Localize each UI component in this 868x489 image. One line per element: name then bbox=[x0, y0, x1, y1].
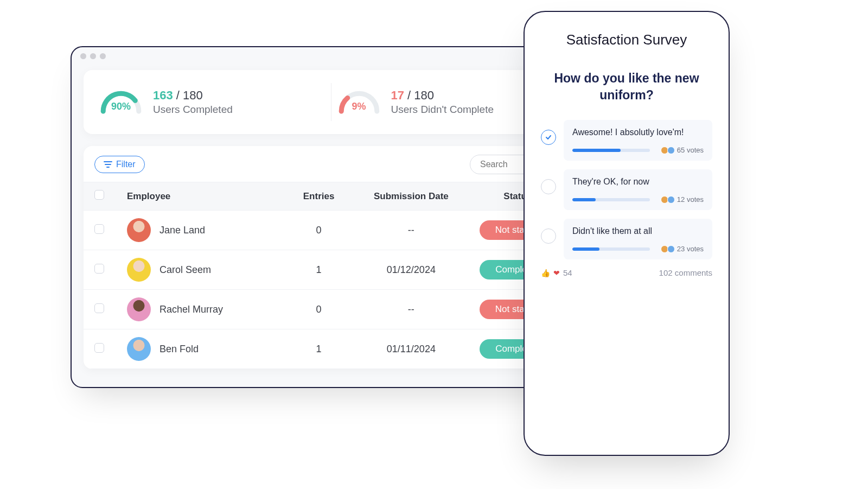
avatar bbox=[127, 218, 151, 242]
heart-icon: ❤ bbox=[553, 269, 560, 277]
header-employee: Employee bbox=[127, 191, 283, 202]
reactions-count: 54 bbox=[563, 268, 572, 277]
option-label: Didn't like them at all bbox=[572, 226, 704, 236]
date-cell: 01/11/2024 bbox=[354, 344, 468, 355]
survey-question: How do you like the new uniform? bbox=[546, 70, 707, 104]
employee-name: Jane Land bbox=[159, 225, 205, 236]
filter-button[interactable]: Filter bbox=[94, 156, 145, 173]
vote-bar bbox=[572, 149, 650, 152]
gauge-completed: 90% bbox=[99, 89, 143, 115]
reactions[interactable]: 👍 ❤ 54 bbox=[541, 268, 572, 277]
avatar bbox=[127, 297, 151, 321]
entries-cell: 0 bbox=[283, 304, 354, 315]
entries-cell: 0 bbox=[283, 225, 354, 236]
voter-avatar bbox=[667, 147, 675, 154]
not-completed-number: 17 bbox=[391, 88, 404, 102]
vote-count: 12 votes bbox=[661, 195, 704, 204]
completed-sublabel: Users Completed bbox=[153, 104, 233, 116]
gauge-not-completed: 9% bbox=[337, 89, 381, 115]
radio-button[interactable] bbox=[541, 179, 556, 194]
employee-name: Carol Seem bbox=[159, 264, 211, 276]
survey-phone-card: Satisfaction Survey How do you like the … bbox=[524, 11, 730, 456]
dashboard-window: 90% 163 / 180 Users Completed 9% bbox=[71, 46, 591, 388]
window-titlebar bbox=[72, 47, 590, 65]
radio-button[interactable] bbox=[541, 228, 556, 244]
vote-bar bbox=[572, 247, 650, 251]
date-cell: 01/12/2024 bbox=[354, 264, 468, 276]
window-dot-min[interactable] bbox=[90, 53, 96, 59]
table-row[interactable]: Ben Fold101/11/2024Completed bbox=[84, 329, 578, 369]
table-row[interactable]: Carol Seem101/12/2024Completed bbox=[84, 250, 578, 290]
employee-name: Rachel Murray bbox=[159, 304, 223, 315]
table-header: Employee Entries Submission Date Status bbox=[84, 182, 578, 211]
completed-number: 163 bbox=[153, 88, 173, 102]
entries-cell: 1 bbox=[283, 264, 354, 276]
avatar bbox=[127, 337, 151, 361]
survey-option[interactable]: They're OK, for now12 votes bbox=[541, 169, 712, 210]
header-date: Submission Date bbox=[354, 191, 468, 202]
option-card: Didn't like them at all23 votes bbox=[564, 219, 712, 259]
option-label: They're OK, for now bbox=[572, 177, 704, 187]
table-row[interactable]: Jane Land0--Not started bbox=[84, 211, 578, 250]
filter-button-label: Filter bbox=[116, 160, 136, 169]
stats-card: 90% 163 / 180 Users Completed 9% bbox=[84, 70, 578, 134]
checkbox-all[interactable] bbox=[94, 190, 104, 200]
completed-count: 163 / 180 bbox=[153, 88, 233, 103]
row-checkbox[interactable] bbox=[94, 264, 104, 274]
table-card: Filter Employee Entries Submission Date … bbox=[84, 146, 578, 369]
survey-option[interactable]: Awesome! I absolutly love'm!65 votes bbox=[541, 120, 712, 161]
table-toolbar: Filter bbox=[84, 146, 578, 182]
table-row[interactable]: Rachel Murray0--Not started bbox=[84, 290, 578, 329]
entries-cell: 1 bbox=[283, 344, 354, 355]
header-entries: Entries bbox=[283, 191, 354, 202]
survey-title: Satisfaction Survey bbox=[541, 31, 712, 48]
completed-total: / 180 bbox=[176, 88, 203, 102]
window-dot-close[interactable] bbox=[80, 53, 86, 59]
stat-completed: 90% 163 / 180 Users Completed bbox=[99, 88, 326, 116]
window-dot-max[interactable] bbox=[100, 53, 106, 59]
not-completed-sublabel: Users Didn't Complete bbox=[391, 104, 494, 116]
comments-link[interactable]: 102 comments bbox=[659, 268, 712, 277]
row-checkbox[interactable] bbox=[94, 303, 104, 313]
option-card: Awesome! I absolutly love'm!65 votes bbox=[564, 120, 712, 161]
not-completed-total: / 180 bbox=[407, 88, 434, 102]
gauge-not-completed-label: 9% bbox=[337, 101, 381, 112]
date-cell: -- bbox=[354, 304, 468, 315]
vote-bar bbox=[572, 198, 650, 201]
not-completed-count: 17 / 180 bbox=[391, 88, 494, 103]
row-checkbox[interactable] bbox=[94, 343, 104, 353]
date-cell: -- bbox=[354, 225, 468, 236]
survey-footer: 👍 ❤ 54 102 comments bbox=[541, 268, 712, 277]
radio-button[interactable] bbox=[541, 130, 556, 145]
thumbs-up-icon: 👍 bbox=[541, 269, 550, 277]
voter-avatar bbox=[667, 245, 675, 253]
vote-count: 23 votes bbox=[661, 245, 704, 253]
survey-option[interactable]: Didn't like them at all23 votes bbox=[541, 219, 712, 259]
stat-divider bbox=[331, 83, 331, 121]
filter-icon bbox=[104, 161, 112, 168]
gauge-completed-label: 90% bbox=[99, 101, 143, 112]
option-label: Awesome! I absolutly love'm! bbox=[572, 128, 704, 137]
avatar bbox=[127, 258, 151, 282]
option-card: They're OK, for now12 votes bbox=[564, 169, 712, 210]
vote-count: 65 votes bbox=[661, 146, 704, 154]
row-checkbox[interactable] bbox=[94, 224, 104, 234]
employee-name: Ben Fold bbox=[159, 344, 199, 355]
voter-avatar bbox=[667, 196, 675, 204]
